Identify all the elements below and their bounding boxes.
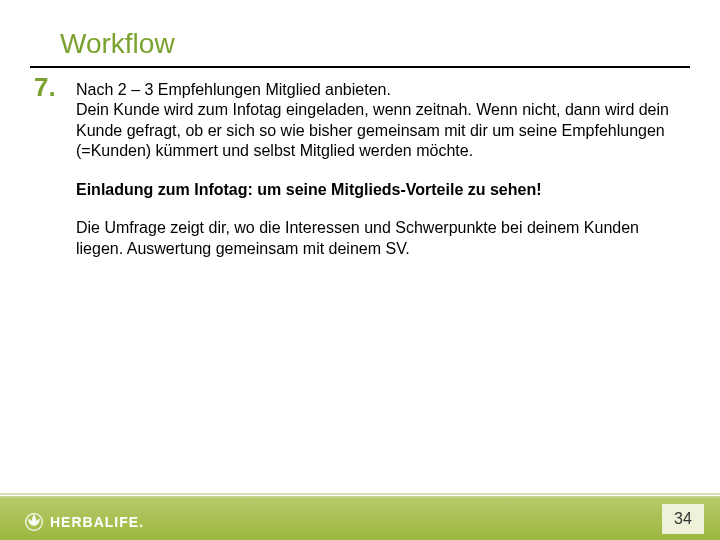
- lead-sentence: Nach 2 – 3 Empfehlungen Mitglied anbiete…: [76, 80, 676, 100]
- bold-line: Einladung zum Infotag: um seine Mitglied…: [76, 180, 676, 200]
- brand-name: HERBALIFE.: [50, 514, 144, 530]
- leaf-icon: [24, 512, 44, 532]
- footer-bar: HERBALIFE. 34: [0, 498, 720, 540]
- list-number: 7.: [34, 72, 56, 103]
- brand-text: HERBALIFE: [50, 514, 139, 530]
- title-underline: [30, 66, 690, 68]
- slide-title: Workflow: [60, 28, 175, 60]
- body-text: Nach 2 – 3 Empfehlungen Mitglied anbiete…: [76, 80, 676, 273]
- page-number-box: 34: [662, 504, 704, 534]
- paragraph-1: Dein Kunde wird zum Infotag eingeladen, …: [76, 100, 676, 161]
- brand-logo: HERBALIFE.: [24, 512, 144, 532]
- paragraph-2: Die Umfrage zeigt dir, wo die Interessen…: [76, 218, 676, 259]
- slide: Workflow 7. Nach 2 – 3 Empfehlungen Mitg…: [0, 0, 720, 540]
- page-number: 34: [674, 510, 692, 528]
